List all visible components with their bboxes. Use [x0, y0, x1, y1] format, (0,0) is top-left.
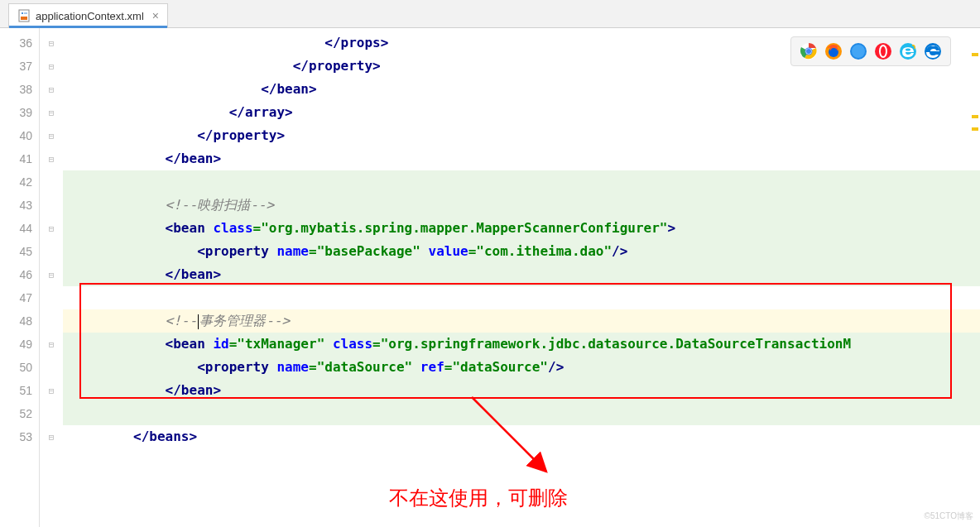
- code-area[interactable]: </props> </property> </bean> </array> </…: [63, 28, 980, 527]
- warning-marker[interactable]: [972, 115, 978, 118]
- line-number: 37: [0, 55, 39, 78]
- fold-marker[interactable]: ⊟: [40, 101, 63, 124]
- code-line: <bean id="txManager" class="org.springfr…: [63, 333, 980, 356]
- line-number: 40: [0, 124, 39, 147]
- file-tab[interactable]: applicationContext.xml ×: [8, 3, 168, 27]
- code-line: </array>: [63, 101, 980, 124]
- safari-icon[interactable]: [849, 42, 867, 60]
- line-number: 51: [0, 379, 39, 402]
- chrome-icon[interactable]: [800, 42, 818, 60]
- code-line: <property name="basePackage" value="com.…: [63, 240, 980, 263]
- fold-marker[interactable]: ⊟: [40, 217, 63, 240]
- annotation-text: 不在这使用，可删除: [389, 485, 568, 511]
- fold-marker[interactable]: ⊟: [40, 31, 63, 55]
- line-number: 48: [0, 309, 39, 333]
- code-line: <!--映射扫描-->: [63, 194, 980, 217]
- fold-marker[interactable]: ⊟: [40, 78, 63, 101]
- text-cursor: [198, 314, 199, 329]
- watermark: ©51CTO博客: [925, 510, 973, 522]
- warning-marker[interactable]: [972, 127, 978, 131]
- fold-marker: [40, 309, 63, 333]
- opera-icon[interactable]: [874, 42, 892, 60]
- code-line: [63, 402, 980, 425]
- fold-marker[interactable]: ⊟: [40, 55, 63, 78]
- code-line: </bean>: [63, 263, 980, 286]
- code-line: <property name="dataSource" ref="dataSou…: [63, 356, 980, 379]
- line-number: 39: [0, 101, 39, 124]
- svg-point-14: [906, 49, 910, 51]
- browser-icons-panel: [790, 36, 951, 66]
- svg-point-5: [806, 49, 811, 54]
- line-number: 46: [0, 263, 39, 286]
- fold-marker: [40, 194, 63, 217]
- ie-icon[interactable]: [899, 42, 917, 60]
- code-line: <bean class="org.mybatis.spring.mapper.M…: [63, 217, 980, 240]
- close-icon[interactable]: ×: [152, 9, 159, 22]
- editor: 363738394041424344454647484950515253 ⊟⊟⊟…: [0, 28, 980, 527]
- fold-gutter: ⊟⊟⊟⊟⊟⊟⊟⊟⊟⊟⊟: [40, 28, 63, 527]
- code-line: </bean>: [63, 78, 980, 101]
- fold-marker: [40, 356, 63, 379]
- fold-marker[interactable]: ⊟: [40, 333, 63, 356]
- firefox-icon[interactable]: [824, 42, 843, 60]
- marker-bar: [968, 28, 978, 527]
- line-number: 47: [0, 286, 39, 309]
- fold-marker[interactable]: ⊟: [40, 147, 63, 170]
- line-number-gutter: 363738394041424344454647484950515253: [0, 28, 40, 527]
- line-number: 49: [0, 333, 39, 356]
- line-number: 50: [0, 356, 39, 379]
- fold-marker: [40, 286, 63, 309]
- fold-marker[interactable]: ⊟: [40, 124, 63, 147]
- line-number: 53: [0, 425, 39, 448]
- code-line: [63, 286, 980, 309]
- line-number: 52: [0, 402, 39, 425]
- fold-marker: [40, 240, 63, 263]
- fold-marker: [40, 170, 63, 194]
- line-number: 38: [0, 78, 39, 101]
- tab-bar: applicationContext.xml ×: [0, 0, 980, 28]
- line-number: 42: [0, 170, 39, 194]
- svg-rect-1: [21, 17, 27, 20]
- code-line-current: <!--事务管理器-->: [63, 309, 980, 333]
- code-line: </beans>: [63, 425, 980, 448]
- line-number: 36: [0, 31, 39, 55]
- fold-marker: [40, 402, 63, 425]
- code-line: [63, 170, 980, 194]
- fold-marker[interactable]: ⊟: [40, 263, 63, 286]
- fold-marker[interactable]: ⊟: [40, 425, 63, 448]
- warning-marker[interactable]: [972, 53, 978, 56]
- edge-icon[interactable]: [924, 42, 942, 60]
- line-number: 43: [0, 194, 39, 217]
- code-line: </bean>: [63, 147, 980, 170]
- code-line: </property>: [63, 124, 980, 147]
- line-number: 41: [0, 147, 39, 170]
- tab-filename: applicationContext.xml: [36, 10, 144, 22]
- xml-file-icon: [17, 9, 31, 22]
- line-number: 45: [0, 240, 39, 263]
- line-number: 44: [0, 217, 39, 240]
- fold-marker[interactable]: ⊟: [40, 379, 63, 402]
- svg-point-12: [881, 46, 886, 56]
- code-line: </bean>: [63, 379, 980, 402]
